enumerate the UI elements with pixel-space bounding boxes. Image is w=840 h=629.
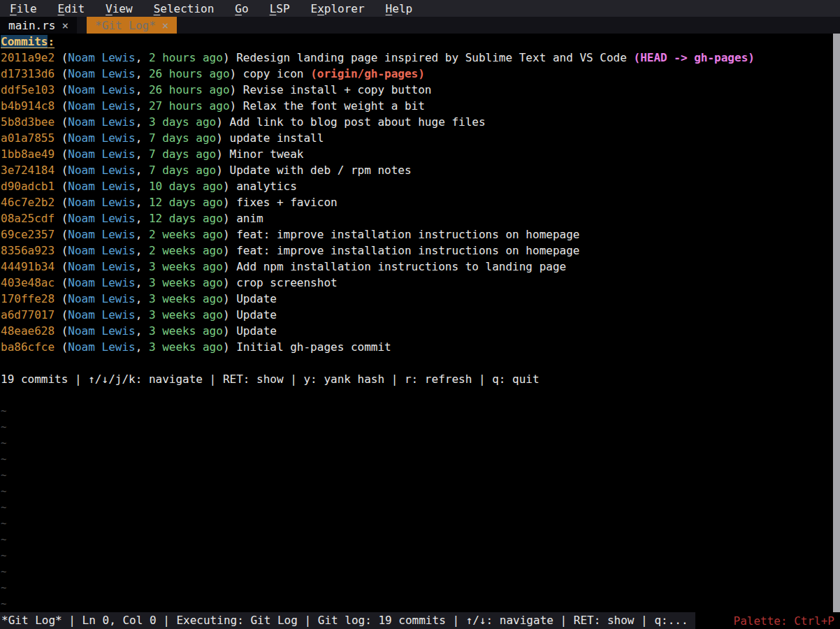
commit-row[interactable]: a6d77017 (Noam Lewis, 3 weeks ago) Updat… xyxy=(1,307,840,323)
text: ( xyxy=(55,340,68,354)
menu-item-help[interactable]: Help xyxy=(386,2,413,15)
commit-row[interactable]: 48eae628 (Noam Lewis, 3 weeks ago) Updat… xyxy=(1,323,840,339)
text: ) xyxy=(223,228,236,241)
text: ) xyxy=(216,164,229,177)
text: ) xyxy=(216,131,229,145)
tab-close-icon[interactable]: × xyxy=(61,19,68,32)
text: , xyxy=(136,292,149,305)
text: ( xyxy=(55,83,68,96)
commit-hash: 46c7e2b2 xyxy=(1,196,55,209)
commit-hash: ba86cfce xyxy=(1,340,55,354)
text: ) xyxy=(216,147,229,161)
text: , xyxy=(136,147,149,161)
text: ( xyxy=(55,180,68,193)
text: , xyxy=(136,164,149,177)
menu-bar: FileEditViewSelectionGoLSPExplorerHelp xyxy=(0,0,840,17)
text: ) xyxy=(223,51,236,64)
commit-row[interactable]: 44491b34 (Noam Lewis, 3 weeks ago) Add n… xyxy=(1,259,840,275)
empty-line: ~ xyxy=(1,596,840,612)
text: ) xyxy=(223,260,236,273)
commit-row[interactable]: d90adcb1 (Noam Lewis, 10 days ago) analy… xyxy=(1,178,840,194)
commit-message: Add link to blog post about huge files xyxy=(230,115,486,129)
text xyxy=(303,67,310,80)
text: ( xyxy=(55,131,68,145)
commit-author: Noam Lewis xyxy=(68,260,135,273)
commit-hash: a01a7855 xyxy=(1,131,55,145)
editor-window: FileEditViewSelectionGoLSPExplorerHelp m… xyxy=(0,0,840,629)
commit-author: Noam Lewis xyxy=(68,196,135,209)
commit-author: Noam Lewis xyxy=(68,67,135,80)
commit-age: 26 hours ago xyxy=(149,67,230,80)
text: ) xyxy=(230,99,243,113)
commit-age: 3 weeks ago xyxy=(149,340,223,354)
text: , xyxy=(136,99,149,113)
commit-hash: 44491b34 xyxy=(1,260,55,273)
commit-row[interactable]: ddf5e103 (Noam Lewis, 26 hours ago) Revi… xyxy=(1,82,840,98)
menu-item-go[interactable]: Go xyxy=(235,2,248,15)
commit-row[interactable]: 2011a9e2 (Noam Lewis, 2 hours ago) Redes… xyxy=(1,50,840,66)
text: ( xyxy=(55,292,68,305)
commit-row[interactable]: a01a7855 (Noam Lewis, 7 days ago) update… xyxy=(1,130,840,146)
commit-author: Noam Lewis xyxy=(68,244,135,257)
buffer-heading: Commits: xyxy=(1,34,840,50)
text: ( xyxy=(55,196,68,209)
commit-row[interactable]: ba86cfce (Noam Lewis, 3 weeks ago) Initi… xyxy=(1,339,840,355)
empty-line: ~ xyxy=(1,403,840,419)
commit-row[interactable]: 170ffe28 (Noam Lewis, 3 weeks ago) Updat… xyxy=(1,291,840,307)
commit-hash: b4b914c8 xyxy=(1,99,55,113)
commit-age: 12 days ago xyxy=(149,196,223,209)
blank-line xyxy=(1,355,840,371)
commit-age: 3 weeks ago xyxy=(149,260,223,273)
commit-age: 2 weeks ago xyxy=(149,228,223,241)
commit-message: Minor tweak xyxy=(230,147,304,161)
text: , xyxy=(136,83,149,96)
commit-message: Update with deb / rpm notes xyxy=(230,164,412,177)
menu-item-file[interactable]: File xyxy=(10,2,37,15)
text: ( xyxy=(55,308,68,321)
text: ( xyxy=(55,324,68,338)
commit-age: 2 weeks ago xyxy=(149,244,223,257)
commit-message: fixes + favicon xyxy=(236,196,338,209)
menu-item-lsp[interactable]: LSP xyxy=(270,2,290,15)
status-bar: *Git Log* | Ln 0, Col 0 | Executing: Git… xyxy=(0,612,840,629)
menu-item-view[interactable]: View xyxy=(106,2,133,15)
tab-git-log[interactable]: *Git Log*× xyxy=(87,17,177,34)
tab-strip: main.rs×*Git Log*× xyxy=(0,17,840,34)
commit-row[interactable]: 403e48ac (Noam Lewis, 3 weeks ago) crop … xyxy=(1,275,840,291)
commit-row[interactable]: 3e724184 (Noam Lewis, 7 days ago) Update… xyxy=(1,162,840,178)
empty-line: ~ xyxy=(1,500,840,516)
commit-age: 7 days ago xyxy=(149,164,216,177)
heading-colon: : xyxy=(48,35,55,48)
commit-author: Noam Lewis xyxy=(68,212,135,225)
commit-age: 27 hours ago xyxy=(149,99,230,113)
palette-hint: Palette: Ctrl+P xyxy=(734,614,840,628)
commit-row[interactable]: 8356a923 (Noam Lewis, 2 weeks ago) feat:… xyxy=(1,243,840,259)
commit-age: 3 days ago xyxy=(149,115,216,129)
empty-line: ~ xyxy=(1,564,840,580)
commit-row[interactable]: b4b914c8 (Noam Lewis, 27 hours ago) Rela… xyxy=(1,98,840,114)
commit-message: crop screenshot xyxy=(236,276,338,289)
commit-author: Noam Lewis xyxy=(68,83,135,96)
tab-main.rs[interactable]: main.rs× xyxy=(0,17,77,34)
commit-row[interactable]: 1bb8ae49 (Noam Lewis, 7 days ago) Minor … xyxy=(1,146,840,162)
commit-message: anim xyxy=(236,212,263,225)
commit-row[interactable]: 08a25cdf (Noam Lewis, 12 days ago) anim xyxy=(1,210,840,226)
text: ) xyxy=(216,115,229,129)
text: ( xyxy=(55,147,68,161)
commit-hash: 3e724184 xyxy=(1,164,55,177)
commit-row[interactable]: 69ce2357 (Noam Lewis, 2 weeks ago) feat:… xyxy=(1,226,840,243)
commit-row[interactable]: 5b8d3bee (Noam Lewis, 3 days ago) Add li… xyxy=(1,114,840,130)
empty-line: ~ xyxy=(1,451,840,468)
text: ( xyxy=(55,228,68,241)
menu-item-selection[interactable]: Selection xyxy=(154,2,215,15)
scrollbar[interactable] xyxy=(833,34,840,612)
tab-close-icon[interactable]: × xyxy=(162,19,169,32)
text: ( xyxy=(55,260,68,273)
commit-hash: 403e48ac xyxy=(1,276,55,289)
menu-item-explorer[interactable]: Explorer xyxy=(311,2,365,15)
commit-author: Noam Lewis xyxy=(68,164,135,177)
commit-row[interactable]: d17313d6 (Noam Lewis, 26 hours ago) copy… xyxy=(1,66,840,82)
commit-age: 7 days ago xyxy=(149,147,216,161)
commit-row[interactable]: 46c7e2b2 (Noam Lewis, 12 days ago) fixes… xyxy=(1,194,840,210)
menu-item-edit[interactable]: Edit xyxy=(58,2,85,15)
